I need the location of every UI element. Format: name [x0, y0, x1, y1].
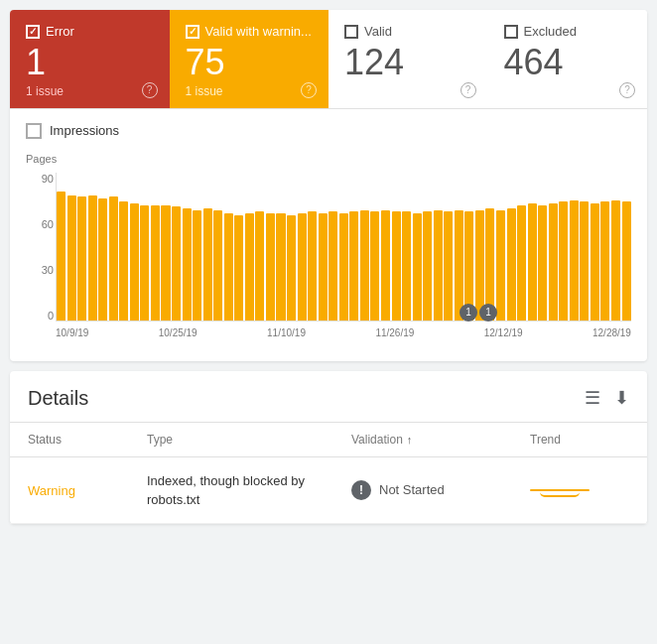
x-label-5: 12/12/19 [484, 327, 523, 351]
bar-group [57, 173, 66, 321]
bar-group [370, 173, 379, 321]
bar-group [183, 173, 192, 321]
excluded-label: Excluded [524, 24, 577, 39]
bar-gold [224, 213, 233, 321]
bar-gold [580, 201, 589, 320]
x-axis-labels: 10/9/19 10/25/19 11/10/19 11/26/19 12/12… [56, 327, 631, 351]
bar-group [308, 173, 317, 321]
tooltip-dot-1: 1 [460, 304, 477, 322]
bar-group [475, 173, 484, 321]
bar-gold [507, 208, 516, 321]
bar-gold [402, 211, 411, 320]
bar-group [622, 173, 631, 321]
y-label-0: 0 [26, 310, 54, 322]
y-label-60: 60 [26, 218, 54, 230]
x-label-2: 10/25/19 [159, 327, 197, 351]
bar-gold [172, 206, 181, 320]
bar-gold [234, 215, 243, 321]
bar-gold [319, 213, 328, 321]
y-axis-labels: 90 60 30 0 [26, 173, 54, 322]
bar-group [349, 173, 358, 321]
bar-group [193, 173, 201, 321]
x-label-3: 11/10/19 [267, 327, 306, 351]
bar-group [328, 173, 337, 321]
y-label-30: 30 [26, 264, 54, 276]
bar-group [172, 173, 181, 321]
bar-gold [591, 203, 599, 321]
filter-icon[interactable]: ☰ [585, 387, 600, 409]
y-axis-label: Pages [26, 153, 57, 165]
validation-status-label: Not Started [379, 482, 445, 497]
download-icon[interactable]: ⬇ [614, 387, 629, 409]
bar-gold [339, 213, 348, 321]
bar-group [549, 173, 558, 321]
bar-group [245, 173, 254, 321]
bars-chart [56, 173, 631, 322]
status-warning-label: Warning [28, 483, 75, 498]
bar-group [287, 173, 296, 321]
col-trend: Trend [530, 433, 629, 447]
x-label-4: 11/26/19 [375, 327, 414, 351]
trend-line [530, 489, 590, 491]
bar-gold [88, 195, 97, 321]
excluded-checkbox[interactable] [504, 25, 518, 39]
tab-warning[interactable]: Valid with warnin... 75 1 issue ? [170, 10, 329, 108]
excluded-help-icon[interactable]: ? [619, 82, 635, 98]
row-trend [530, 489, 629, 491]
col-trend-label: Trend [530, 433, 561, 447]
bar-gold [119, 201, 128, 320]
bar-gold [287, 215, 296, 321]
error-label: Error [46, 24, 74, 39]
tab-valid[interactable]: Valid 124 ? [328, 10, 488, 108]
bar-group [381, 173, 390, 321]
status-tabs: Error 1 1 issue ? Valid with warnin... 7… [10, 10, 647, 109]
valid-help-icon[interactable]: ? [460, 82, 476, 98]
bar-gold [193, 210, 201, 321]
tab-excluded[interactable]: Excluded 464 ? [488, 10, 648, 108]
valid-checkbox[interactable] [344, 25, 358, 39]
bar-gold [392, 211, 401, 320]
table-header: Status Type Validation ↑ Trend [10, 423, 647, 457]
bar-gold [266, 213, 275, 321]
bar-gold [276, 213, 285, 321]
bar-gold [298, 213, 307, 321]
x-label-6: 12/28/19 [592, 327, 631, 351]
bar-gold [67, 195, 76, 321]
bar-group [464, 173, 473, 321]
tooltip-marker: 1 1 [460, 304, 497, 322]
bar-group [88, 173, 97, 321]
bar-group [517, 173, 526, 321]
col-status-label: Status [28, 433, 62, 447]
bar-gold [140, 205, 149, 321]
status-card: Error 1 1 issue ? Valid with warnin... 7… [10, 10, 647, 361]
col-validation[interactable]: Validation ↑ [351, 433, 530, 447]
warning-checkbox[interactable] [186, 25, 199, 39]
excluded-number: 464 [504, 43, 632, 82]
bar-group [413, 173, 422, 321]
warning-help-icon[interactable]: ? [301, 82, 317, 98]
bar-gold [57, 192, 66, 320]
bar-group [392, 173, 401, 321]
details-header: Details ☰ ⬇ [10, 371, 647, 423]
bar-group [528, 173, 537, 321]
warning-issue: 1 issue [186, 84, 314, 98]
bar-group [119, 173, 128, 321]
tab-error[interactable]: Error 1 1 issue ? [10, 10, 170, 108]
not-started-icon: ! [351, 480, 371, 500]
bar-group [538, 173, 547, 321]
error-help-icon[interactable]: ? [142, 82, 158, 98]
bar-gold [600, 201, 609, 320]
bar-group [234, 173, 243, 321]
bar-gold [360, 210, 369, 321]
bar-group [276, 173, 285, 321]
bar-group [339, 173, 348, 321]
bar-gold [611, 200, 620, 321]
error-checkbox[interactable] [26, 25, 40, 39]
bar-group [224, 173, 233, 321]
bar-gold [528, 203, 537, 321]
bar-gold [549, 203, 558, 321]
impressions-checkbox[interactable] [26, 123, 42, 139]
row-status: Warning [28, 481, 147, 499]
chart-wrapper: Pages 90 60 30 0 1 1 10/9/19 10/25/1 [26, 153, 631, 351]
y-label-90: 90 [26, 173, 54, 185]
